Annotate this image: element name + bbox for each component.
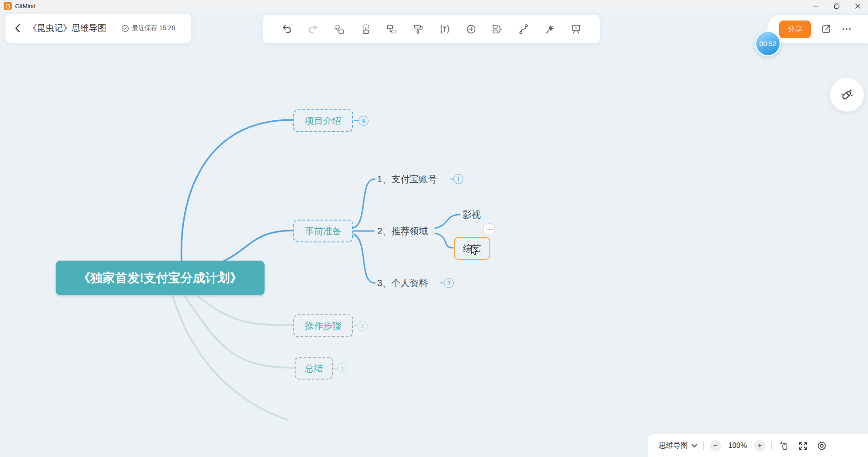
- window-titlebar: GitMind: [0, 0, 868, 12]
- node-summary[interactable]: 总结: [295, 357, 333, 380]
- insert-topic-after-button[interactable]: [331, 21, 348, 37]
- collapsed-count-badge[interactable]: 2: [358, 321, 368, 331]
- minimize-button[interactable]: [805, 0, 826, 12]
- more-dots-icon: [841, 24, 852, 35]
- app-title: GitMind: [15, 3, 36, 10]
- undo-button[interactable]: [279, 21, 295, 37]
- branch-lines: [182, 120, 292, 261]
- fullscreen-button[interactable]: [796, 439, 809, 452]
- fullscreen-arrows-icon: [798, 441, 808, 451]
- summary-button[interactable]: [489, 21, 505, 37]
- document-header-card: 《昆虫记》思维导图 最近保存 15:26: [5, 14, 191, 43]
- format-painter-button[interactable]: [410, 21, 426, 37]
- mouse-icon: [779, 441, 790, 451]
- zoom-level[interactable]: 100%: [727, 442, 748, 450]
- node-film-tv[interactable]: 影视: [463, 209, 481, 220]
- restore-button[interactable]: [826, 0, 847, 12]
- relation-line-button[interactable]: [515, 21, 532, 37]
- saved-check-icon: [121, 25, 129, 32]
- node-operation-steps[interactable]: 操作步骤: [293, 314, 353, 337]
- insert-subtopic-button[interactable]: [358, 21, 374, 37]
- collapsed-count-badge[interactable]: 3: [444, 278, 454, 288]
- view-control-bar: 思维导图 − 100% +: [648, 434, 868, 457]
- badge-connectors: [354, 121, 454, 283]
- redo-icon: [307, 24, 318, 35]
- divider: [703, 442, 704, 450]
- layout-mode-label: 思维导图: [659, 441, 688, 451]
- divider: [771, 442, 772, 450]
- node-alipay-account[interactable]: 1、支付宝账号: [377, 174, 437, 185]
- share-button[interactable]: 分享: [779, 21, 811, 38]
- summary-icon: [492, 24, 503, 35]
- collapsed-count-badge[interactable]: 1: [337, 363, 347, 373]
- format-painter-icon: [413, 24, 424, 35]
- insert-parent-topic-button[interactable]: [384, 21, 400, 37]
- eye-focus-icon: [816, 441, 827, 451]
- insert-topic-after-icon: [334, 24, 345, 35]
- faded-branch-lines: [172, 295, 294, 420]
- redo-button[interactable]: [305, 21, 321, 37]
- node-recommended-fields[interactable]: 2、推荐领域: [377, 226, 428, 236]
- main-toolbar: [263, 15, 600, 43]
- text-icon: [439, 24, 450, 35]
- insert-text-button[interactable]: [437, 21, 453, 37]
- beautify-eraser-icon: [839, 87, 855, 103]
- timer-bubble[interactable]: 00:52: [755, 31, 781, 56]
- node-more-options-button[interactable]: [483, 223, 495, 236]
- plus-circle-icon: [466, 24, 477, 35]
- zoom-in-button[interactable]: +: [754, 440, 765, 452]
- share-card: 分享: [767, 15, 868, 43]
- timer-value: 00:52: [759, 40, 777, 47]
- gitmind-logo-icon: [4, 2, 12, 10]
- export-icon: [820, 23, 832, 35]
- one-click-beautify-button[interactable]: [830, 78, 864, 112]
- insert-parent-topic-icon: [386, 24, 397, 35]
- node-preparation[interactable]: 事前准备: [293, 220, 353, 242]
- drag-mode-button[interactable]: [778, 439, 790, 452]
- export-button[interactable]: [820, 23, 832, 35]
- zoom-out-button[interactable]: −: [710, 440, 721, 452]
- ai-beautify-button[interactable]: [542, 21, 558, 37]
- overview-button[interactable]: [815, 439, 828, 452]
- insert-subtopic-icon: [360, 24, 371, 35]
- more-menu-button[interactable]: [841, 24, 852, 35]
- mouse-cursor: [471, 245, 478, 258]
- presentation-button[interactable]: [568, 21, 584, 37]
- undo-icon: [281, 24, 292, 35]
- ai-beautify-icon: [545, 24, 556, 35]
- collapsed-count-badge[interactable]: 9: [359, 116, 369, 126]
- relation-line-icon: [518, 24, 529, 35]
- back-button[interactable]: [14, 24, 21, 33]
- chevron-down-icon: [691, 444, 697, 448]
- divider: [114, 23, 114, 33]
- save-status: 最近保存 15:26: [121, 24, 175, 32]
- node-project-intro[interactable]: 项目介绍: [293, 109, 353, 132]
- mindmap-canvas[interactable]: [0, 0, 868, 457]
- node-personal-info[interactable]: 3、个人资料: [377, 277, 428, 288]
- root-node[interactable]: 《独家首发!支付宝分成计划》: [56, 261, 265, 295]
- collapsed-count-badge[interactable]: 1: [453, 174, 463, 184]
- layout-mode-dropdown[interactable]: 思维导图: [659, 441, 697, 451]
- presentation-icon: [571, 24, 582, 35]
- insert-more-button[interactable]: [463, 21, 479, 37]
- close-button[interactable]: [847, 0, 868, 12]
- document-title[interactable]: 《昆虫记》思维导图: [28, 22, 106, 34]
